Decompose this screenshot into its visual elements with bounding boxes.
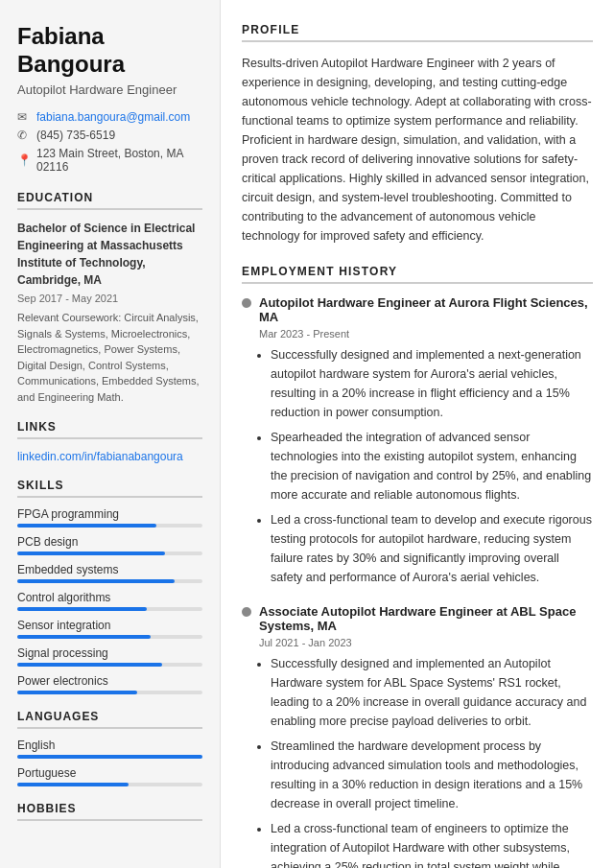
job-2-header: Associate Autopilot Hardware Engineer at… — [242, 604, 593, 633]
skill-bar-bg — [17, 524, 202, 528]
skill-bar-bg — [17, 691, 202, 694]
lang-portuguese: Portuguese — [17, 766, 202, 786]
skill-bar-fill — [17, 579, 175, 583]
skill-sensor: Sensor integration — [17, 619, 202, 639]
lang-bar-fill — [17, 755, 202, 759]
email-link[interactable]: fabiana.bangoura@gmail.com — [36, 110, 190, 124]
phone-icon: ✆ — [17, 129, 31, 142]
list-item: Successfully designed and implemented an… — [271, 654, 593, 731]
skill-bar-bg — [17, 579, 202, 583]
lang-bar-bg — [17, 783, 202, 786]
main-content: PROFILE Results-driven Autopilot Hardwar… — [221, 0, 614, 868]
contact-email: ✉ fabiana.bangoura@gmail.com — [17, 110, 202, 124]
skill-bar-bg — [17, 551, 202, 555]
languages-list: English Portuguese — [17, 739, 202, 786]
skill-control: Control algorithms — [17, 591, 202, 611]
job-1: Autopilot Hardware Engineer at Aurora Fl… — [242, 295, 593, 587]
employment-heading: EMPLOYMENT HISTORY — [242, 265, 593, 284]
contact-phone: ✆ (845) 735-6519 — [17, 129, 202, 142]
skill-bar-fill — [17, 691, 137, 694]
list-item: Led a cross-functional team to develop a… — [271, 510, 593, 587]
skill-embedded: Embedded systems — [17, 563, 202, 583]
skill-power: Power electronics — [17, 674, 202, 694]
skills-heading: SKILLS — [17, 479, 202, 498]
languages-heading: LANGUAGES — [17, 710, 202, 729]
lang-english: English — [17, 739, 202, 759]
sidebar: Fabiana Bangoura Autopilot Hardware Engi… — [0, 0, 221, 868]
list-item: Streamlined the hardware development pro… — [271, 737, 593, 813]
candidate-title: Autopilot Hardware Engineer — [17, 82, 202, 97]
list-item: Spearheaded the integration of advanced … — [271, 428, 593, 504]
skill-fpga: FPGA programming — [17, 507, 202, 528]
job-1-dot — [242, 298, 251, 308]
skill-signal: Signal processing — [17, 646, 202, 667]
links-block: linkedin.com/in/fabianabangoura — [17, 449, 202, 463]
links-heading: LINKS — [17, 420, 202, 439]
email-icon: ✉ — [17, 110, 31, 124]
job-2-bullets: Successfully designed and implemented an… — [242, 654, 593, 868]
skill-bar-bg — [17, 635, 202, 639]
skill-bar-fill — [17, 663, 162, 667]
name-block: Fabiana Bangoura Autopilot Hardware Engi… — [17, 23, 202, 97]
contact-address: 📍 123 Main Street, Boston, MA 02116 — [17, 147, 202, 174]
hobbies-heading: HOBBIES — [17, 802, 202, 821]
skill-bar-bg — [17, 663, 202, 667]
candidate-name: Fabiana Bangoura — [17, 23, 202, 79]
skills-list: FPGA programming PCB design Embedded sys… — [17, 507, 202, 694]
linkedin-link[interactable]: linkedin.com/in/fabianabangoura — [17, 450, 183, 463]
lang-bar-fill — [17, 783, 129, 786]
job-2: Associate Autopilot Hardware Engineer at… — [242, 604, 593, 868]
education-heading: EDUCATION — [17, 191, 202, 210]
skill-bar-bg — [17, 607, 202, 611]
list-item: Led a cross-functional team of engineers… — [271, 819, 593, 868]
skill-bar-fill — [17, 524, 156, 528]
profile-heading: PROFILE — [242, 23, 593, 42]
job-1-header: Autopilot Hardware Engineer at Aurora Fl… — [242, 295, 593, 324]
lang-bar-bg — [17, 755, 202, 759]
job-2-dot — [242, 607, 251, 617]
list-item: Successfully designed and implemented a … — [271, 345, 593, 422]
skill-bar-fill — [17, 551, 165, 555]
skill-bar-fill — [17, 635, 151, 639]
job-1-bullets: Successfully designed and implemented a … — [242, 345, 593, 587]
location-icon: 📍 — [17, 153, 31, 167]
skill-pcb: PCB design — [17, 535, 202, 555]
contact-block: ✉ fabiana.bangoura@gmail.com ✆ (845) 735… — [17, 110, 202, 174]
education-block: Bachelor of Science in Electrical Engine… — [17, 220, 202, 406]
skill-bar-fill — [17, 607, 147, 611]
profile-text: Results-driven Autopilot Hardware Engine… — [242, 54, 593, 246]
